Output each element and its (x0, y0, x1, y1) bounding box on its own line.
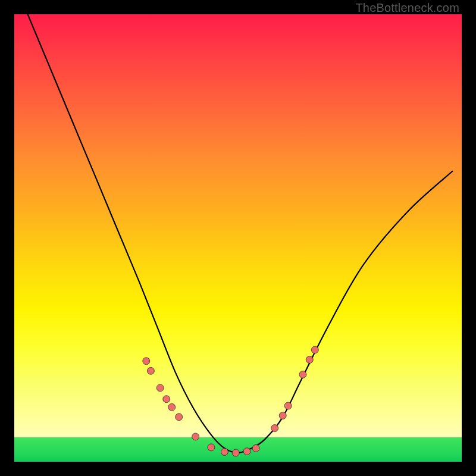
bottleneck-curve-path (28, 14, 453, 453)
curve-bead (168, 403, 176, 411)
curve-bead (243, 448, 250, 455)
curve-bead (299, 371, 306, 378)
curve-bead (284, 402, 292, 409)
curve-bead (306, 356, 313, 364)
curve-bead (279, 412, 286, 419)
bottleneck-curve-svg (14, 14, 462, 462)
curve-beads-group (143, 346, 319, 456)
watermark-text: TheBottleneck.com (355, 1, 459, 15)
curve-bead (163, 396, 170, 403)
curve-bead (311, 346, 318, 353)
curve-bead (156, 384, 164, 392)
curve-bead (192, 433, 199, 440)
curve-bead (221, 449, 228, 456)
curve-bead (208, 444, 215, 451)
curve-bead (147, 367, 154, 374)
curve-bead (271, 425, 278, 432)
curve-bead (232, 449, 239, 456)
chart-plot-area (14, 14, 462, 462)
curve-bead (143, 358, 150, 365)
curve-bead (252, 444, 259, 452)
curve-bead (176, 414, 183, 421)
